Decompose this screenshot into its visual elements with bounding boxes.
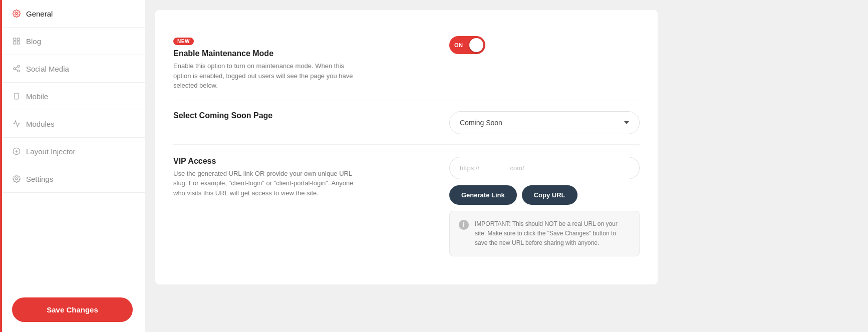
settings-icon: [12, 174, 21, 183]
sidebar-item-label: Social Media: [26, 65, 69, 73]
sidebar-item-label: Blog: [26, 37, 41, 46]
sidebar-item-label: Modules: [26, 120, 55, 128]
maintenance-right: ON: [449, 36, 640, 54]
vip-action-buttons: Generate Link Copy URL: [449, 185, 577, 205]
svg-point-15: [16, 178, 18, 180]
svg-point-6: [14, 68, 16, 70]
sidebar-item-settings[interactable]: Settings: [0, 165, 145, 193]
generate-link-button[interactable]: Generate Link: [449, 185, 517, 205]
sidebar-item-general[interactable]: General: [0, 0, 145, 28]
maintenance-title: Enable Maintenance Mode: [173, 49, 364, 58]
svg-point-5: [18, 65, 20, 67]
coming-soon-label: Select Coming Soon Page: [173, 111, 364, 120]
grid-icon: [12, 37, 21, 46]
sidebar-item-layout-injector[interactable]: Layout Injector: [0, 138, 145, 165]
modules-icon: [12, 119, 21, 128]
maintenance-mode-section: NEW Enable Maintenance Mode Enable this …: [173, 26, 640, 101]
chevron-down-icon: [624, 121, 629, 124]
vip-url-input[interactable]: [449, 157, 640, 179]
sidebar-item-label: Settings: [26, 175, 53, 183]
vip-access-section: VIP Access Use the generated URL link OR…: [173, 145, 640, 269]
sidebar-item-modules[interactable]: Modules: [0, 110, 145, 138]
vip-left: VIP Access Use the generated URL link OR…: [173, 157, 364, 198]
toggle-label: ON: [454, 42, 463, 48]
vip-description: Use the generated URL link OR provide yo…: [173, 169, 364, 198]
maintenance-toggle-wrapper: ON: [449, 36, 485, 54]
sidebar-item-label: Mobile: [26, 92, 48, 101]
share-icon: [12, 64, 21, 73]
svg-point-7: [18, 70, 20, 72]
sidebar-item-blog[interactable]: Blog: [0, 28, 145, 55]
vip-title: VIP Access: [173, 157, 364, 166]
main-content: NEW Enable Maintenance Mode Enable this …: [145, 0, 668, 332]
maintenance-left: NEW Enable Maintenance Mode Enable this …: [173, 36, 364, 91]
sidebar-item-mobile[interactable]: Mobile: [0, 83, 145, 110]
info-icon: i: [459, 220, 469, 230]
info-text: IMPORTANT: This should NOT be a real URL…: [475, 219, 630, 248]
gear-icon: [12, 9, 21, 18]
svg-point-0: [16, 13, 18, 15]
content-panel: NEW Enable Maintenance Mode Enable this …: [155, 10, 658, 284]
maintenance-description: Enable this option to turn on maintenanc…: [173, 61, 364, 91]
right-panel: [668, 0, 868, 332]
coming-soon-section: Select Coming Soon Page Coming Soon: [173, 101, 640, 145]
mobile-icon: [12, 92, 21, 101]
dropdown-value: Coming Soon: [460, 119, 502, 127]
sidebar-item-social-media[interactable]: Social Media: [0, 55, 145, 83]
sidebar-item-label: Layout Injector: [26, 147, 75, 156]
sidebar-item-label: General: [26, 10, 53, 18]
coming-soon-dropdown[interactable]: Coming Soon: [449, 111, 640, 134]
svg-line-9: [16, 67, 18, 68]
svg-rect-2: [17, 38, 20, 41]
svg-rect-1: [14, 38, 16, 41]
new-badge: NEW: [173, 38, 194, 45]
svg-rect-3: [14, 42, 16, 44]
save-changes-button[interactable]: Save Changes: [12, 297, 133, 322]
maintenance-toggle[interactable]: ON: [449, 36, 485, 54]
coming-soon-left: Select Coming Soon Page: [173, 111, 364, 123]
vip-right: Generate Link Copy URL i IMPORTANT: This…: [449, 157, 640, 257]
copy-url-button[interactable]: Copy URL: [522, 185, 577, 205]
toggle-knob: [469, 38, 483, 52]
coming-soon-right: Coming Soon: [449, 111, 640, 134]
sidebar-accent-border: [0, 0, 2, 332]
svg-rect-4: [17, 42, 20, 44]
vip-info-box: i IMPORTANT: This should NOT be a real U…: [449, 211, 640, 257]
layout-icon: [12, 147, 21, 156]
svg-line-8: [16, 69, 18, 71]
sidebar: General Blog Social Media: [0, 0, 145, 332]
